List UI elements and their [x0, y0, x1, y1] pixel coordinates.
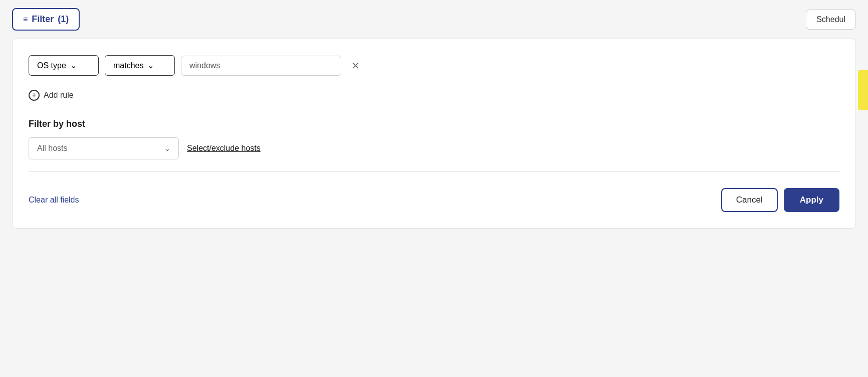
filter-panel: OS type ⌄ matches ⌄ ✕ + Add rule Filter …	[12, 39, 856, 229]
all-hosts-label: All hosts	[37, 144, 67, 153]
value-input[interactable]	[181, 56, 341, 76]
footer-divider	[29, 171, 839, 172]
add-rule-button[interactable]: + Add rule	[29, 88, 74, 103]
add-rule-label: Add rule	[44, 91, 74, 100]
filter-button[interactable]: ≡ Filter (1)	[12, 8, 80, 31]
clear-value-button[interactable]: ✕	[347, 59, 364, 73]
apply-button[interactable]: Apply	[784, 188, 839, 212]
cancel-label: Cancel	[736, 195, 763, 205]
os-type-label: OS type	[37, 61, 66, 70]
select-exclude-hosts-button[interactable]: Select/exclude hosts	[187, 144, 261, 153]
cancel-button[interactable]: Cancel	[721, 188, 778, 212]
schedule-button[interactable]: Schedul	[806, 10, 856, 30]
filter-by-host-title: Filter by host	[29, 119, 839, 129]
filter-by-host-section: Filter by host All hosts ⌄ Select/exclud…	[29, 119, 839, 159]
footer: Clear all fields Cancel Apply	[29, 184, 839, 212]
clear-all-fields-button[interactable]: Clear all fields	[29, 196, 79, 205]
filter-label: Filter	[32, 14, 54, 25]
select-exclude-label: Select/exclude hosts	[187, 144, 261, 152]
matches-label: matches	[113, 61, 143, 70]
top-bar: ≡ Filter (1) Schedul	[0, 0, 868, 39]
yellow-accent	[858, 70, 868, 110]
add-rule-icon: +	[29, 90, 40, 101]
all-hosts-chevron-icon: ⌄	[164, 144, 170, 152]
os-type-dropdown[interactable]: OS type ⌄	[29, 55, 99, 76]
host-row: All hosts ⌄ Select/exclude hosts	[29, 137, 839, 159]
all-hosts-dropdown[interactable]: All hosts ⌄	[29, 137, 179, 159]
footer-actions: Cancel Apply	[721, 188, 839, 212]
filter-count: (1)	[58, 14, 69, 25]
os-type-chevron-icon: ⌄	[70, 61, 77, 70]
schedule-label: Schedul	[816, 15, 845, 24]
clear-fields-label: Clear all fields	[29, 196, 79, 204]
matches-chevron-icon: ⌄	[147, 61, 154, 70]
filter-icon: ≡	[23, 15, 28, 24]
rule-row: OS type ⌄ matches ⌄ ✕	[29, 55, 839, 76]
apply-label: Apply	[800, 195, 823, 205]
matches-dropdown[interactable]: matches ⌄	[105, 55, 175, 76]
